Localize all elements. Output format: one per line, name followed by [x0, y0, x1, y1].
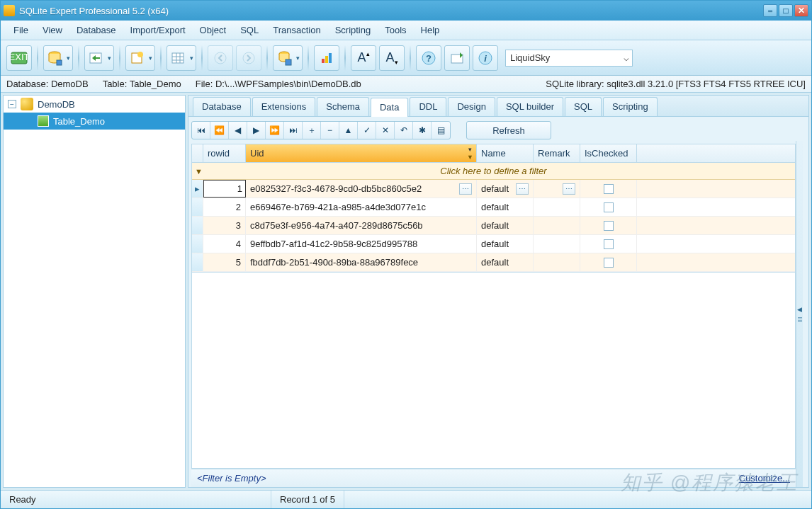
menu-tools[interactable]: Tools — [379, 22, 412, 38]
tab-data[interactable]: Data — [371, 98, 408, 117]
header-uid[interactable]: Uid▼ — [246, 144, 477, 162]
grid-button[interactable] — [167, 45, 196, 71]
cell-name[interactable]: default — [477, 235, 534, 253]
customize-link[interactable]: Customize... — [739, 473, 790, 484]
menu-importexport[interactable]: Import/Export — [125, 22, 191, 38]
nav-last-icon[interactable]: ⏭ — [284, 122, 303, 139]
header-name[interactable]: Name — [477, 144, 534, 162]
cell-rowid[interactable]: 3 — [203, 217, 246, 234]
cell-ischecked[interactable] — [580, 217, 637, 234]
nav-first-button[interactable] — [208, 45, 233, 71]
update-button[interactable] — [444, 45, 470, 71]
menu-sql[interactable]: SQL — [235, 22, 264, 38]
checkbox[interactable] — [604, 221, 614, 231]
menu-transaction[interactable]: Transaction — [267, 22, 326, 38]
menu-file[interactable]: File — [8, 22, 34, 38]
cell-name[interactable]: default — [477, 253, 534, 271]
cell-editor-icon[interactable]: ⋯ — [563, 183, 575, 195]
collapse-icon[interactable]: − — [8, 100, 16, 108]
menu-database[interactable]: Database — [71, 22, 122, 38]
font-increase-button[interactable]: A▴ — [351, 45, 376, 71]
table-row[interactable]: 49effbdb7-af1d-41c2-9b58-9c825d995788def… — [192, 235, 795, 253]
filter-icon[interactable]: ▼ — [467, 154, 473, 161]
nav-filter-icon[interactable]: ▤ — [432, 122, 450, 139]
nav-undo-icon[interactable]: ↶ — [395, 122, 413, 139]
exit-button[interactable]: EXIT — [6, 45, 32, 71]
cell-rowid[interactable]: 1 — [203, 180, 246, 198]
help-button[interactable]: ? — [416, 45, 441, 71]
tree-db-node[interactable]: − DemoDB — [4, 96, 185, 113]
right-splitter[interactable]: ◀ — [796, 141, 803, 487]
header-rowid[interactable]: rowid — [203, 144, 246, 162]
header-ischecked[interactable]: IsChecked — [580, 144, 637, 162]
cell-rowid[interactable]: 2 — [203, 198, 246, 216]
checkbox[interactable] — [604, 202, 614, 212]
nav-cancel-icon[interactable]: ✕ — [376, 122, 395, 139]
tab-sql[interactable]: SQL — [565, 97, 602, 116]
info-button[interactable]: i — [473, 45, 498, 71]
menu-help[interactable]: Help — [415, 22, 446, 38]
maximize-button[interactable]: □ — [779, 4, 793, 17]
cell-uid[interactable]: 9effbdb7-af1d-41c2-9b58-9c825d995788 — [246, 235, 477, 253]
menu-object[interactable]: Object — [194, 22, 232, 38]
new-button[interactable] — [125, 45, 155, 71]
cell-name[interactable]: default — [477, 198, 534, 216]
tab-extensions[interactable]: Extensions — [252, 97, 316, 116]
nav-nextpage-icon[interactable]: ⏩ — [266, 122, 284, 139]
cell-uid[interactable]: e0825327-f3c3-4678-9cd0-db5bc860c5e2⋯ — [246, 180, 477, 198]
cell-rowid[interactable]: 4 — [203, 235, 246, 253]
checkbox[interactable] — [604, 258, 614, 268]
cell-remark[interactable] — [534, 235, 580, 253]
cell-uid[interactable]: c8d75e3f-e956-4a74-a407-289d8675c56b — [246, 217, 477, 234]
table-row[interactable]: 5fbddf7db-2b51-490d-89ba-88a96789fecedef… — [192, 253, 795, 272]
tab-sqlbuilder[interactable]: SQL builder — [497, 97, 563, 116]
cell-remark[interactable] — [534, 253, 580, 271]
checkbox[interactable] — [604, 184, 614, 194]
minimize-button[interactable]: – — [763, 4, 777, 17]
nav-next-icon[interactable]: ▶ — [247, 122, 266, 139]
cell-uid[interactable]: e669467e-b769-421a-a985-a4de3d077e1c — [246, 198, 477, 216]
menu-scripting[interactable]: Scripting — [329, 22, 377, 38]
cell-remark[interactable] — [534, 217, 580, 234]
import-button[interactable] — [84, 45, 114, 71]
tab-design[interactable]: Design — [448, 97, 495, 116]
database-button[interactable] — [43, 45, 73, 71]
tab-schema[interactable]: Schema — [317, 97, 369, 116]
cell-rowid[interactable]: 5 — [203, 253, 246, 271]
nav-next-button[interactable] — [236, 45, 261, 71]
nav-add-icon[interactable]: ＋ — [303, 122, 321, 139]
nav-first-icon[interactable]: ⏮ — [192, 122, 210, 139]
nav-bookmark-icon[interactable]: ✱ — [413, 122, 432, 139]
cell-uid[interactable]: fbddf7db-2b51-490d-89ba-88a96789fece — [246, 253, 477, 271]
table-row[interactable]: ▸1e0825327-f3c3-4678-9cd0-db5bc860c5e2⋯d… — [192, 180, 795, 198]
tree-table-node[interactable]: Table_Demo — [4, 113, 185, 130]
checkbox[interactable] — [604, 239, 614, 249]
save-button[interactable] — [273, 45, 303, 71]
nav-remove-icon[interactable]: − — [321, 122, 339, 139]
nav-prevpage-icon[interactable]: ⏪ — [210, 122, 229, 139]
table-row[interactable]: 3c8d75e3f-e956-4a74-a407-289d8675c56bdef… — [192, 217, 795, 235]
cell-ischecked[interactable] — [580, 198, 637, 216]
cell-remark[interactable]: ⋯ — [534, 180, 580, 198]
refresh-button[interactable]: Refresh — [466, 121, 551, 139]
filter-row[interactable]: ▼ Click here to define a filter — [192, 163, 795, 180]
cell-name[interactable]: default⋯ — [477, 180, 534, 198]
skin-combo[interactable]: LiquidSky — [505, 50, 633, 67]
menu-view[interactable]: View — [37, 22, 68, 38]
tab-scripting[interactable]: Scripting — [603, 97, 658, 116]
header-remark[interactable]: Remark — [534, 144, 580, 162]
table-row[interactable]: 2e669467e-b769-421a-a985-a4de3d077e1cdef… — [192, 198, 795, 217]
font-decrease-button[interactable]: A▾ — [379, 45, 405, 71]
nav-post-icon[interactable]: ✓ — [358, 122, 376, 139]
cell-editor-icon[interactable]: ⋯ — [459, 183, 472, 195]
tab-database[interactable]: Database — [193, 97, 251, 116]
tab-ddl[interactable]: DDL — [410, 97, 446, 116]
filter-status[interactable]: <Filter is Empty> — [197, 473, 266, 484]
cell-ischecked[interactable] — [580, 253, 637, 271]
cell-editor-icon[interactable]: ⋯ — [516, 183, 529, 195]
chart-button[interactable] — [314, 45, 339, 71]
cell-name[interactable]: default — [477, 217, 534, 234]
nav-edit-icon[interactable]: ▲ — [339, 122, 358, 139]
close-button[interactable]: ✕ — [794, 4, 808, 17]
cell-ischecked[interactable] — [580, 235, 637, 253]
